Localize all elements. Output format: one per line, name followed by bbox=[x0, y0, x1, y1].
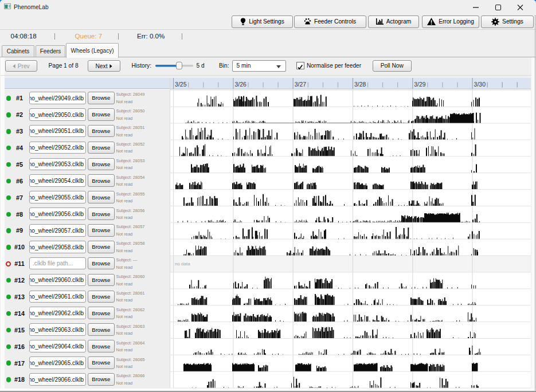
svg-text:3/27: 3/27 bbox=[295, 81, 307, 88]
svg-text:3/26: 3/26 bbox=[234, 81, 247, 88]
svg-text:3/30: 3/30 bbox=[474, 81, 486, 88]
svg-text:3/25: 3/25 bbox=[175, 81, 187, 88]
svg-text:3/28: 3/28 bbox=[354, 81, 366, 88]
svg-text:3/29: 3/29 bbox=[414, 81, 426, 88]
svg-text:no data: no data bbox=[175, 261, 190, 266]
